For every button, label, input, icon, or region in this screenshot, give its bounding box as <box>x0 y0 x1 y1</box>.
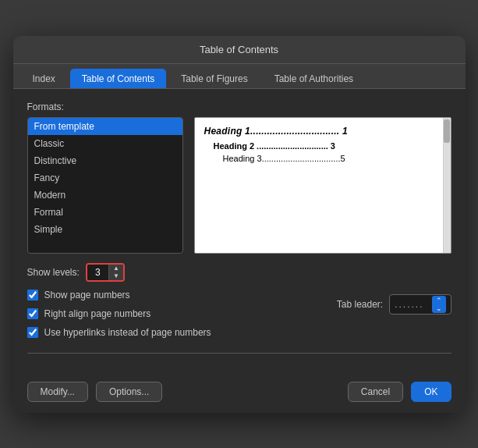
format-from-template[interactable]: From template <box>28 118 182 135</box>
tab-leader-chevron[interactable]: ⌃⌄ <box>432 296 446 313</box>
preview-scrollbar[interactable] <box>443 118 451 253</box>
right-align-label[interactable]: Right align page numbers <box>44 308 151 319</box>
levels-down-icon[interactable]: ▼ <box>109 272 123 280</box>
show-page-numbers-label[interactable]: Show page numbers <box>44 290 130 300</box>
tab-toc[interactable]: Table of Contents <box>70 69 166 88</box>
tab-bar: Index Table of Contents Table of Figures… <box>13 64 466 89</box>
dialog: Table of Contents Index Table of Content… <box>13 36 466 413</box>
levels-up-icon[interactable]: ▲ <box>109 265 123 272</box>
dialog-title: Table of Contents <box>13 36 466 64</box>
options-button[interactable]: Options... <box>96 382 162 402</box>
tab-tof[interactable]: Table of Figures <box>169 69 259 88</box>
levels-stepper[interactable]: ▲ ▼ <box>109 265 123 280</box>
preview-heading3: Heading 3...............................… <box>223 154 441 163</box>
format-fancy[interactable]: Fancy <box>28 169 182 187</box>
title-text: Table of Contents <box>200 44 278 55</box>
use-hyperlinks-checkbox[interactable] <box>27 327 38 338</box>
divider <box>27 353 451 354</box>
tab-leader-value: ....... <box>395 299 423 310</box>
show-page-numbers-checkbox[interactable] <box>27 290 38 300</box>
preview-box: Heading 1...............................… <box>194 117 451 254</box>
tab-leader-group: Tab leader: ....... ⌃⌄ <box>337 294 451 315</box>
show-levels-label: Show levels: <box>27 267 80 278</box>
preview-heading2: Heading 2 ..............................… <box>214 141 441 151</box>
chevron-up-down-icon: ⌃⌄ <box>436 297 442 312</box>
use-hyperlinks-label[interactable]: Use hyperlinks instead of page numbers <box>44 327 211 338</box>
show-levels-row: Show levels: 3 ▲ ▼ <box>27 263 451 282</box>
tab-leader-select[interactable]: ....... ⌃⌄ <box>389 294 451 315</box>
format-classic[interactable]: Classic <box>28 135 182 152</box>
cancel-button[interactable]: Cancel <box>348 382 403 402</box>
main-row: From template Classic Distinctive Fancy … <box>27 117 451 254</box>
right-buttons: Cancel OK <box>348 382 451 402</box>
format-modern[interactable]: Modern <box>28 187 182 204</box>
preview-scrollbar-thumb <box>444 119 450 143</box>
checkbox-right-align: Right align page numbers <box>27 308 211 319</box>
checkbox-show-page-numbers: Show page numbers <box>27 290 211 300</box>
format-distinctive[interactable]: Distinctive <box>28 152 182 169</box>
formats-list[interactable]: From template Classic Distinctive Fancy … <box>27 117 183 254</box>
left-buttons: Modify... Options... <box>27 382 163 402</box>
bottom-buttons: Modify... Options... Cancel OK <box>13 375 466 413</box>
levels-box: 3 ▲ ▼ <box>86 263 125 282</box>
preview-heading1: Heading 1...............................… <box>204 126 441 137</box>
format-simple[interactable]: Simple <box>28 221 182 238</box>
format-formal[interactable]: Formal <box>28 204 182 221</box>
right-align-checkbox[interactable] <box>27 308 38 319</box>
checkboxes-and-tab-leader: Show page numbers Right align page numbe… <box>27 290 451 342</box>
tab-index[interactable]: Index <box>21 69 67 88</box>
tab-leader-label: Tab leader: <box>337 299 383 310</box>
tab-content: Formats: From template Classic Distincti… <box>13 89 466 375</box>
formats-label: Formats: <box>27 101 451 112</box>
ok-button[interactable]: OK <box>411 382 451 402</box>
levels-value: 3 <box>87 265 109 280</box>
checkbox-use-hyperlinks: Use hyperlinks instead of page numbers <box>27 327 211 338</box>
checkboxes-col: Show page numbers Right align page numbe… <box>27 290 211 342</box>
modify-button[interactable]: Modify... <box>27 382 88 402</box>
tab-toa[interactable]: Table of Authorities <box>263 69 365 88</box>
